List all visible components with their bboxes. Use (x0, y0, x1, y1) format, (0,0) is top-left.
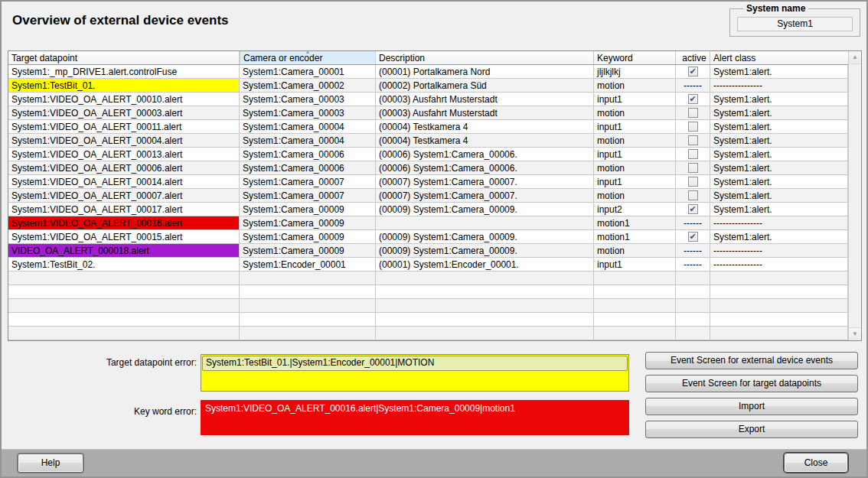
column-header-camera-or-encoder[interactable]: ▲ Camera or encoder (240, 51, 376, 64)
export-button[interactable]: Export (645, 421, 858, 438)
cell-empty (676, 327, 710, 340)
scroll-up-icon[interactable]: ▲ (849, 51, 861, 64)
keyword-error-item[interactable]: System1:VIDEO_OA_ALERT_00016.alert|Syste… (205, 403, 515, 414)
keyword-error-box[interactable]: System1:VIDEO_OA_ALERT_00016.alert|Syste… (201, 400, 629, 435)
cell-camera-or-encoder: System1:Camera_00003 (240, 106, 376, 119)
cell-active (676, 189, 710, 202)
cell-description: (00007) System1:Camera_00007. (376, 175, 594, 188)
scroll-down-icon[interactable]: ▼ (849, 327, 861, 340)
table-row-empty (8, 313, 861, 327)
event-screen-target-datapoints-button[interactable]: Event Screen for target datapoints (645, 375, 858, 392)
cell-camera-or-encoder: System1:Camera_00007 (240, 175, 376, 188)
table-row[interactable]: System1:VIDEO_OA_ALERT_00015.alertSystem… (8, 230, 861, 244)
cell-camera-or-encoder: System1:Camera_00002 (240, 79, 376, 92)
cell-alert-class: System1:alert. (710, 161, 848, 174)
cell-empty (676, 313, 710, 326)
cell-empty (594, 313, 676, 326)
cell-active (676, 134, 710, 147)
cell-keyword: motion (594, 161, 676, 174)
table-row-empty (8, 285, 861, 299)
sort-ascending-icon: ▲ (305, 51, 311, 56)
system-name-group: System name System1 (729, 3, 860, 37)
cell-camera-or-encoder: System1:Camera_00006 (240, 148, 376, 161)
active-checkbox[interactable]: ✔ (688, 94, 698, 104)
active-checkbox[interactable] (688, 163, 698, 173)
cell-empty (710, 327, 848, 340)
target-datapoint-error-label: Target datapoint error: (32, 357, 197, 368)
cell-alert-class: System1:alert. (710, 106, 848, 119)
table-row[interactable]: System1:VIDEO_OA_ALERT_00011.alertSystem… (8, 120, 861, 134)
cell-empty (240, 299, 376, 312)
cell-description (376, 216, 594, 229)
table-row[interactable]: System1:VIDEO_OA_ALERT_00017.alertSystem… (8, 203, 861, 216)
cell-active (676, 161, 710, 174)
table-row[interactable]: System1:VIDEO_OA_ALERT_00004.alertSystem… (8, 134, 861, 148)
cell-description: (00009) System1:Camera_00009. (376, 244, 594, 257)
active-checkbox[interactable] (688, 177, 698, 187)
cell-keyword: motion (594, 134, 676, 147)
active-checkbox[interactable] (688, 135, 698, 145)
column-header-description[interactable]: Description (376, 51, 594, 64)
cell-empty (594, 285, 676, 298)
column-header-alert-class[interactable]: Alert class (710, 51, 848, 64)
table-row[interactable]: System1:VIDEO_OA_ALERT_00014.alertSystem… (8, 175, 861, 189)
cell-target-datapoint: System1:VIDEO_OA_ALERT_00011.alert (8, 120, 240, 133)
cell-active: ✔ (676, 203, 710, 216)
cell-target-datapoint: System1:TestBit_02. (8, 258, 240, 271)
table-row[interactable]: System1:_mp_DRIVE1.alert.controlFuseSyst… (8, 65, 861, 79)
table-row[interactable]: System1:TestBit_01.System1:Camera_00002(… (8, 79, 861, 93)
active-checkbox[interactable] (688, 190, 698, 200)
cell-description: (00009) System1:Camera_00009. (376, 203, 594, 216)
cell-camera-or-encoder: System1:Camera_00009 (240, 203, 376, 216)
column-header-target-datapoint[interactable]: Target datapoint (8, 51, 240, 64)
cell-active: ------ (676, 216, 710, 229)
column-header-active[interactable]: active (676, 51, 710, 64)
cell-empty (710, 285, 848, 298)
table-row[interactable]: System1:VIDEO_OA_ALERT_00016.alertSystem… (8, 216, 861, 230)
table-row[interactable]: System1:VIDEO_OA_ALERT_00007.alertSystem… (8, 189, 861, 203)
table-row[interactable]: System1:VIDEO_OA_ALERT_00010.alertSystem… (8, 93, 861, 106)
target-datapoint-error-item[interactable]: System1:TestBit_01.|System1:Encoder_0000… (202, 356, 628, 371)
active-checkbox[interactable]: ✔ (688, 204, 698, 214)
active-checkbox[interactable] (688, 122, 698, 132)
cell-camera-or-encoder: System1:Encoder_00001 (240, 258, 376, 271)
active-checkbox[interactable]: ✔ (688, 67, 698, 76)
active-checkbox[interactable]: ✔ (688, 232, 698, 242)
cell-target-datapoint: System1:VIDEO_OA_ALERT_00014.alert (8, 175, 240, 188)
import-button[interactable]: Import (645, 398, 858, 415)
table-row[interactable]: System1:VIDEO_OA_ALERT_00003.alertSystem… (8, 106, 861, 120)
vertical-scrollbar[interactable]: ▲ ▼ (848, 51, 861, 340)
cell-description: (00007) System1:Camera_00007. (376, 189, 594, 202)
close-button[interactable]: Close (784, 453, 848, 473)
table-row[interactable]: System1:VIDEO_OA_ALERT_00013.alertSystem… (8, 148, 861, 161)
table-row[interactable]: VIDEO_OA_ALERT_000018.alertSystem1:Camer… (8, 244, 861, 258)
cell-camera-or-encoder: System1:Camera_00007 (240, 189, 376, 202)
target-datapoint-error-box[interactable]: System1:TestBit_01.|System1:Encoder_0000… (201, 354, 629, 392)
cell-empty (240, 285, 376, 298)
table-row-empty (8, 299, 861, 313)
active-checkbox[interactable] (688, 108, 698, 118)
help-button[interactable]: Help (18, 454, 83, 473)
cell-alert-class: System1:alert. (710, 134, 848, 147)
cell-keyword: jljlkjlkj (594, 65, 676, 78)
table-row[interactable]: System1:VIDEO_OA_ALERT_00006.alertSystem… (8, 161, 861, 175)
cell-description: (00003) Ausfahrt Musterstadt (376, 93, 594, 106)
cell-active (676, 175, 710, 188)
column-header-keyword[interactable]: Keyword (594, 51, 676, 64)
cell-active: ------ (676, 244, 710, 257)
cell-target-datapoint: System1:VIDEO_OA_ALERT_00007.alert (8, 189, 240, 202)
cell-alert-class: ---------------- (710, 79, 848, 92)
cell-empty (8, 285, 240, 298)
cell-keyword: motion (594, 189, 676, 202)
cell-alert-class: System1:alert. (710, 203, 848, 216)
cell-target-datapoint: System1:VIDEO_OA_ALERT_00016.alert (8, 216, 240, 229)
cell-empty (376, 285, 594, 298)
table-row[interactable]: System1:TestBit_02.System1:Encoder_00001… (8, 258, 861, 272)
cell-active: ✔ (676, 93, 710, 106)
event-screen-external-device-events-button[interactable]: Event Screen for external device events (645, 352, 858, 369)
cell-camera-or-encoder: System1:Camera_00001 (240, 65, 376, 78)
active-checkbox[interactable] (688, 149, 698, 159)
cell-camera-or-encoder: System1:Camera_00009 (240, 244, 376, 257)
cell-active: ------ (676, 258, 710, 271)
cell-empty (710, 313, 848, 326)
